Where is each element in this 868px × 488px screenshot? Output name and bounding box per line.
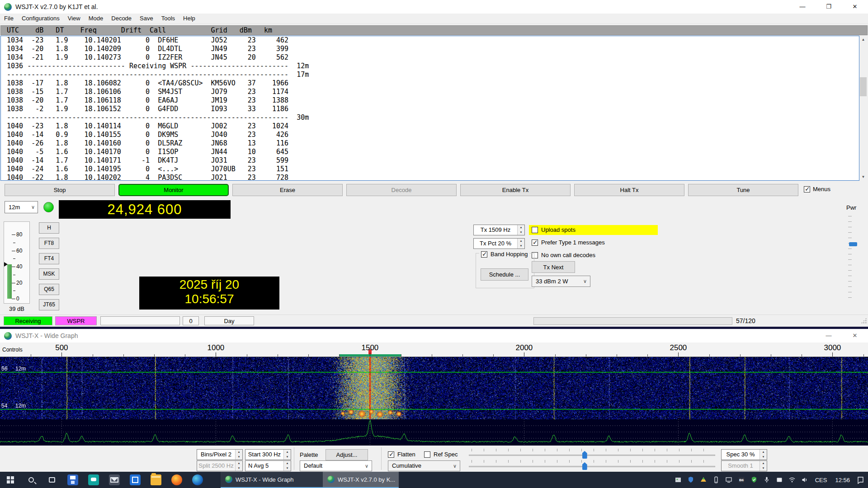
bins-pixel-spinner[interactable]: Bins/Pixel 2 ▲▼ bbox=[197, 449, 243, 460]
spinner-arrows-icon[interactable]: ▲▼ bbox=[235, 450, 242, 460]
menu-item-decode[interactable]: Decode bbox=[107, 14, 136, 23]
mode-button-h[interactable]: H bbox=[39, 222, 59, 234]
tx-freq-spinner[interactable]: Tx 1509 Hz ▲▼ bbox=[473, 225, 525, 235]
tray-monitor-icon[interactable] bbox=[724, 475, 734, 485]
waterfall[interactable]: 5612m5412m bbox=[0, 357, 868, 419]
minimize-button[interactable]: — bbox=[789, 0, 816, 14]
menu-item-view[interactable]: View bbox=[64, 14, 85, 23]
menu-item-configurations[interactable]: Configurations bbox=[18, 14, 64, 23]
spinner-arrows-icon[interactable]: ▲▼ bbox=[760, 450, 767, 460]
task-view-button[interactable] bbox=[42, 472, 62, 488]
tx-pct-spinner[interactable]: Tx Pct 20 % ▲▼ bbox=[473, 238, 525, 249]
tray-photos-icon[interactable] bbox=[673, 475, 683, 485]
mode-button-q65[interactable]: Q65 bbox=[39, 284, 59, 295]
menu-item-file[interactable]: File bbox=[0, 14, 18, 23]
taskbar-app-app-window[interactable] bbox=[125, 472, 146, 488]
spinner-arrows-icon[interactable]: ▲▼ bbox=[283, 450, 291, 460]
scroll-up-icon[interactable]: ▲ bbox=[859, 36, 867, 43]
resize-grip[interactable] bbox=[861, 318, 867, 324]
menu-item-help[interactable]: Help bbox=[179, 14, 199, 23]
upload-spots-checkbox[interactable]: Upload spots bbox=[532, 226, 576, 233]
display-mode-select[interactable]: Cumulative ∨ bbox=[388, 460, 460, 471]
tray-bb-icon[interactable]: B6 bbox=[736, 475, 746, 485]
power-select[interactable]: 33 dBm 2 W ∨ bbox=[532, 276, 590, 287]
band-hopping-checkbox[interactable]: Band Hopping bbox=[479, 251, 529, 258]
taskbar-app-firefox[interactable] bbox=[166, 472, 187, 488]
menu-item-tools[interactable]: Tools bbox=[157, 14, 179, 23]
freq-tick-label: 3000 bbox=[819, 343, 846, 352]
taskbar-clock[interactable]: 12:56 bbox=[832, 477, 853, 483]
spinner-arrows-icon[interactable]: ▲▼ bbox=[283, 461, 291, 471]
taskbar-app-edge[interactable] bbox=[187, 472, 208, 488]
taskbar-app-save[interactable] bbox=[62, 472, 83, 488]
slider-handle[interactable] bbox=[582, 451, 587, 459]
ref-spec-checkbox[interactable]: Ref Spec bbox=[424, 451, 458, 458]
meter-scale-label: 40 bbox=[16, 263, 22, 270]
spinner-arrows-icon[interactable]: ▲▼ bbox=[517, 239, 524, 249]
decode-button[interactable]: Decode bbox=[346, 184, 457, 196]
decode-row: 1038 -15 1.7 18.106106 0 SM4JST JO79 23 … bbox=[1, 88, 859, 96]
palette-select[interactable]: Default ∨ bbox=[300, 460, 372, 471]
stop-button[interactable]: Stop bbox=[5, 184, 115, 196]
maximize-button[interactable]: ❐ bbox=[816, 0, 842, 14]
spectrum-plot[interactable] bbox=[0, 419, 868, 446]
tray-shield-icon[interactable] bbox=[686, 475, 696, 485]
n-avg-spinner[interactable]: N Avg 5 ▲▼ bbox=[245, 460, 291, 471]
close-button[interactable]: ✕ bbox=[842, 329, 868, 343]
flatten-checkbox[interactable]: Flatten bbox=[388, 451, 415, 458]
tune-button[interactable]: Tune bbox=[688, 184, 798, 196]
start-button[interactable] bbox=[0, 472, 21, 488]
prefer-type1-checkbox[interactable]: Prefer Type 1 messages bbox=[532, 239, 605, 246]
menus-checkbox[interactable]: Menus bbox=[804, 186, 830, 192]
spectrum-gain-slider[interactable] bbox=[469, 460, 715, 470]
taskbar-app-chat[interactable] bbox=[83, 472, 104, 488]
pwr-slider[interactable] bbox=[848, 216, 858, 301]
erase-button[interactable]: Erase bbox=[232, 184, 343, 196]
pwr-slider-handle[interactable] bbox=[849, 242, 857, 246]
spec-pct-spinner[interactable]: Spec 30 % ▲▼ bbox=[721, 449, 767, 460]
mode-button-ft4[interactable]: FT4 bbox=[39, 253, 59, 264]
start-hz-spinner[interactable]: Start 300 Hz ▲▼ bbox=[245, 449, 291, 460]
taskbar-search-button[interactable] bbox=[21, 472, 42, 488]
adjust-button[interactable]: Adjust... bbox=[326, 449, 368, 460]
minimize-button[interactable]: — bbox=[816, 329, 842, 343]
decode-scrollbar[interactable]: ▲ ▼ bbox=[859, 36, 867, 181]
monitor-button[interactable]: Monitor bbox=[118, 184, 229, 196]
scrollbar-thumb[interactable] bbox=[860, 77, 867, 96]
close-button[interactable]: ✕ bbox=[842, 0, 868, 14]
enable-tx-button[interactable]: Enable Tx bbox=[460, 184, 571, 196]
controls-label[interactable]: Controls bbox=[2, 347, 23, 353]
tray-phone-icon[interactable] bbox=[711, 475, 721, 485]
notification-center-icon[interactable] bbox=[855, 475, 865, 485]
taskbar-task-button-1[interactable]: WSJT-X - Wide Graph bbox=[221, 472, 323, 488]
mode-button-ft8[interactable]: FT8 bbox=[39, 238, 59, 249]
mode-button-msk[interactable]: MSK bbox=[39, 268, 59, 280]
schedule-button[interactable]: Schedule ... bbox=[481, 268, 528, 281]
mode-button-jt65[interactable]: JT65 bbox=[39, 299, 59, 310]
halt-tx-button[interactable]: Halt Tx bbox=[574, 184, 684, 196]
tray-volume-icon[interactable] bbox=[800, 475, 810, 485]
language-indicator[interactable]: CES bbox=[812, 477, 830, 483]
waterfall-gain-slider[interactable] bbox=[469, 448, 715, 459]
no-own-call-checkbox[interactable]: No own call decodes bbox=[532, 252, 595, 258]
tx-next-button[interactable]: Tx Next bbox=[532, 261, 575, 273]
tray-mic-icon[interactable] bbox=[762, 475, 772, 485]
main-titlebar[interactable]: WSJT-X v2.7.0 by K1JT et al. — ❐ ✕ bbox=[0, 0, 868, 14]
tray-display-icon[interactable] bbox=[774, 475, 784, 485]
scroll-down-icon[interactable]: ▼ bbox=[859, 173, 867, 181]
spinner-arrows-icon[interactable]: ▲▼ bbox=[517, 225, 524, 235]
menu-item-mode[interactable]: Mode bbox=[85, 14, 108, 23]
tray-network-icon[interactable] bbox=[787, 475, 797, 485]
tray-gdrive-icon[interactable] bbox=[698, 475, 708, 485]
mail-icon bbox=[109, 474, 120, 485]
taskbar-task-button-2[interactable]: WSJT-X v2.7.0 by K... bbox=[323, 472, 399, 488]
taskbar-app-folder[interactable] bbox=[146, 472, 166, 488]
menus-checkbox-box[interactable] bbox=[804, 186, 810, 192]
decode-table[interactable]: 1034 -23 1.9 10.140201 0 DF6HE JO52 23 4… bbox=[0, 36, 859, 181]
band-selector[interactable]: 12m ∨ bbox=[5, 201, 38, 213]
menu-item-save[interactable]: Save bbox=[136, 14, 157, 23]
taskbar-app-mail[interactable] bbox=[104, 472, 125, 488]
tray-defender-icon[interactable] bbox=[749, 475, 759, 485]
slider-handle[interactable] bbox=[582, 462, 587, 470]
wide-graph-titlebar[interactable]: WSJT-X - Wide Graph — ✕ bbox=[0, 329, 868, 343]
